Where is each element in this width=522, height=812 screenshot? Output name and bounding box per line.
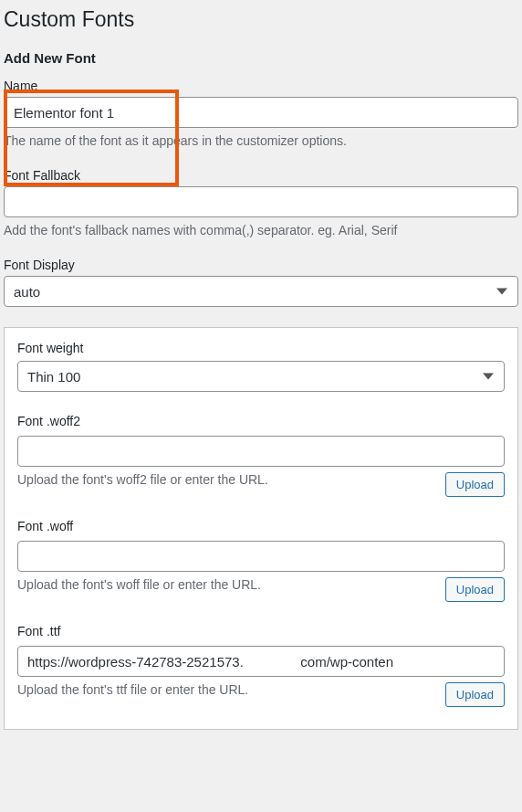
ttf-label: Font .ttf — [17, 624, 505, 638]
woff-input[interactable] — [17, 541, 505, 572]
ttf-upload-button[interactable]: Upload — [445, 682, 505, 707]
woff-label: Font .woff — [17, 519, 505, 533]
fallback-label: Font Fallback — [4, 168, 518, 183]
ttf-description: Upload the font's ttf file or enter the … — [17, 682, 436, 697]
name-label: Name — [4, 79, 518, 93]
ttf-input[interactable] — [17, 646, 505, 677]
woff-upload-button[interactable]: Upload — [445, 577, 505, 602]
name-input[interactable] — [4, 97, 518, 128]
section-subtitle: Add New Font — [4, 50, 518, 66]
font-variant-panel: Font weight Thin 100 Font .woff2 Upload … — [4, 327, 518, 730]
page-title: Custom Fonts — [4, 7, 518, 32]
fallback-description: Add the font's fallback names with comma… — [4, 223, 518, 237]
woff2-description: Upload the font's woff2 file or enter th… — [17, 472, 436, 487]
weight-select[interactable]: Thin 100 — [17, 361, 505, 392]
name-description: The name of the font as it appears in th… — [4, 133, 518, 148]
woff-description: Upload the font's woff file or enter the… — [17, 577, 436, 592]
display-label: Font Display — [4, 258, 518, 272]
woff2-input[interactable] — [17, 436, 505, 467]
fallback-input[interactable] — [4, 186, 518, 217]
woff2-label: Font .woff2 — [17, 414, 505, 428]
woff2-upload-button[interactable]: Upload — [445, 472, 505, 497]
display-select[interactable]: auto — [4, 276, 518, 307]
weight-label: Font weight — [17, 341, 505, 355]
